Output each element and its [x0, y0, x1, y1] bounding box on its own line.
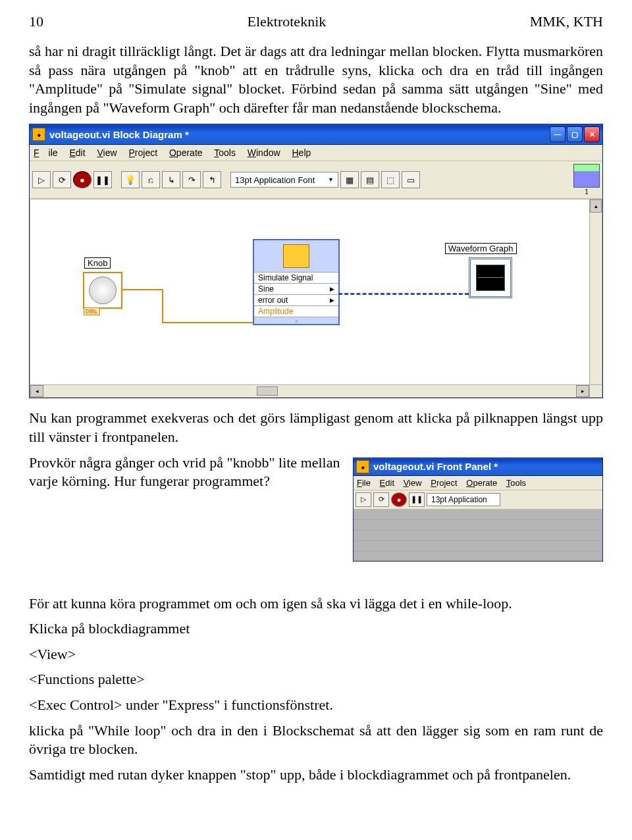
retain-button[interactable]: ⎌	[142, 171, 160, 188]
labview-icon: ⬥	[32, 128, 45, 141]
menu2-file[interactable]: File	[357, 478, 371, 488]
titlebar[interactable]: ⬥ voltageout.vi Block Diagram * — ▢ ✕	[30, 124, 602, 145]
header-affil: MMK, KTH	[530, 13, 603, 30]
reorder-button[interactable]: ▭	[402, 171, 420, 188]
maximize-button[interactable]: ▢	[567, 126, 583, 142]
menu-bar: File Edit View Project Operate Tools Win…	[30, 145, 602, 161]
window-title: voltageout.vi Block Diagram *	[49, 129, 550, 140]
menu2-tools[interactable]: Tools	[506, 478, 526, 488]
scroll-left-icon[interactable]: ◂	[30, 385, 43, 397]
step-into-button[interactable]: ↳	[162, 171, 180, 188]
front-panel-window: ⬥ voltageout.vi Front Panel * File Edit …	[353, 458, 603, 562]
font-selector[interactable]: 13pt Application Font▼	[230, 172, 338, 188]
block-diagram-window: ⬥ voltageout.vi Block Diagram * — ▢ ✕ Fi…	[29, 124, 603, 398]
menu-file[interactable]: File	[34, 147, 58, 158]
toolbar: ▷ ⟳ ● ❚❚ 💡 ⎌ ↳ ↷ ↰ 13pt Application Font…	[30, 161, 602, 199]
menu-project[interactable]: Project	[129, 147, 158, 158]
horizontal-scrollbar[interactable]: ◂ ▸	[30, 384, 602, 397]
sim-out-error[interactable]: error out▶	[254, 294, 338, 305]
titlebar-2[interactable]: ⬥ voltageout.vi Front Panel *	[354, 458, 602, 476]
vi-connector-icon	[573, 164, 600, 188]
menu2-edit[interactable]: Edit	[380, 478, 394, 488]
step-out-button[interactable]: ↰	[203, 171, 221, 188]
menu-edit[interactable]: Edit	[69, 147, 85, 158]
close-button[interactable]: ✕	[584, 126, 600, 142]
wire-amplitude-v	[162, 289, 163, 322]
knob-dbl-tag: DBL	[84, 307, 100, 315]
scroll-up-icon[interactable]: ▴	[590, 199, 602, 213]
menu-step-while: klicka på "While loop" och dra in den i …	[29, 722, 603, 759]
vertical-scrollbar[interactable]: ▴	[589, 199, 602, 385]
highlight-button[interactable]: 💡	[121, 171, 140, 188]
block-diagram-canvas[interactable]: Knob DBL Simulate Signal Sine▶ error out…	[30, 199, 602, 398]
waveform-graph-icon	[476, 265, 505, 291]
vi-icon-pane[interactable]: 1	[573, 164, 600, 196]
simulate-signal-title: Simulate Signal	[254, 272, 338, 283]
menu-bar-2: File Edit View Project Operate Tools	[354, 476, 602, 490]
menu-operate[interactable]: Operate	[169, 147, 203, 158]
scroll-thumb[interactable]	[257, 386, 278, 396]
toolbar-2: ▷ ⟳ ● ❚❚ 13pt Application	[354, 490, 602, 510]
scroll-right-icon[interactable]: ▸	[576, 385, 589, 397]
menu-tools[interactable]: Tools	[214, 147, 236, 158]
run-button[interactable]: ▷	[32, 171, 51, 188]
sim-in-amplitude[interactable]: Amplitude	[254, 305, 338, 317]
window-title-2: voltageout.vi Front Panel *	[373, 461, 600, 472]
abort-button-2[interactable]: ●	[391, 492, 407, 507]
page-header: 10 Elektroteknik MMK, KTH	[29, 13, 603, 30]
resize-grip-icon[interactable]	[589, 385, 602, 397]
front-panel-grid[interactable]	[354, 510, 602, 561]
distribute-button[interactable]: ▤	[361, 171, 379, 188]
menu-view[interactable]: View	[97, 147, 117, 158]
menu2-project[interactable]: Project	[431, 478, 457, 488]
menu-window[interactable]: Window	[248, 147, 280, 158]
run-continuous-2[interactable]: ⟳	[373, 492, 389, 507]
knob-label: Knob	[84, 257, 111, 269]
waveform-graph-label: Waveform Graph	[445, 243, 517, 254]
sim-out-sine[interactable]: Sine▶	[254, 283, 338, 294]
menu2-operate[interactable]: Operate	[466, 478, 497, 488]
wire-amplitude	[121, 289, 163, 290]
header-title: Elektroteknik	[248, 13, 327, 30]
simulate-signal-icon	[283, 244, 309, 268]
wire-amplitude-2	[162, 322, 253, 323]
pause-button[interactable]: ❚❚	[93, 171, 112, 188]
run-button-2[interactable]: ▷	[356, 492, 371, 507]
knob-icon	[89, 276, 117, 304]
abort-button[interactable]: ●	[73, 171, 92, 188]
waveform-graph-terminal[interactable]: Waveform Graph	[469, 257, 512, 298]
paragraph-1: så har ni dragit tillräckligt långt. Det…	[29, 42, 603, 117]
paragraph-6: Samtidigt med rutan dyker knappen "stop"…	[29, 766, 603, 785]
simulate-signal-node[interactable]: Simulate Signal Sine▶ error out▶ Amplitu…	[253, 239, 340, 325]
step-over-button[interactable]: ↷	[182, 171, 201, 188]
menu-step-view: <View>	[29, 645, 603, 664]
sim-expand-handle[interactable]: ⌄	[254, 317, 338, 324]
run-continuous-button[interactable]: ⟳	[53, 171, 71, 188]
minimize-button[interactable]: —	[550, 126, 566, 142]
menu-step-exec: <Exec Control> under "Express" i functio…	[29, 696, 603, 715]
knob-terminal[interactable]: Knob DBL	[83, 272, 122, 309]
paragraph-4: För att kunna köra programmet om och om …	[29, 594, 603, 614]
labview-icon-2: ⬥	[356, 460, 369, 473]
font-selector-2[interactable]: 13pt Application	[427, 493, 500, 506]
wire-sine	[338, 293, 469, 295]
menu-step-functions: <Functions palette>	[29, 670, 603, 689]
align-button[interactable]: ▦	[340, 171, 359, 188]
menu-help[interactable]: Help	[292, 147, 311, 158]
menu2-view[interactable]: View	[404, 478, 422, 488]
pause-button-2[interactable]: ❚❚	[409, 492, 425, 507]
paragraph-2: Nu kan programmet exekveras och det görs…	[29, 409, 603, 446]
resize-button[interactable]: ⬚	[381, 171, 400, 188]
page-number: 10	[29, 13, 43, 30]
paragraph-5: Klicka på blockdiagrammet	[29, 619, 603, 639]
